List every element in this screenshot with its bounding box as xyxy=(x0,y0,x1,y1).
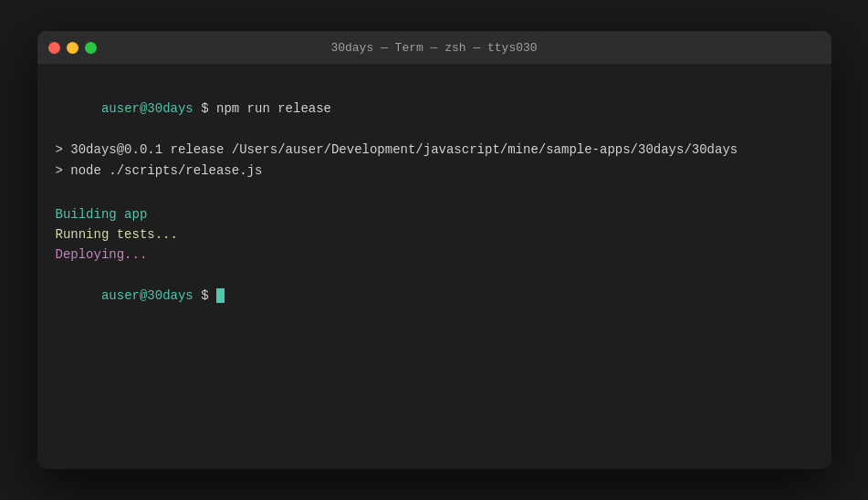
close-button[interactable] xyxy=(48,42,60,54)
final-prompt-line: auser@30days $ xyxy=(56,266,813,327)
command-text: npm run release xyxy=(216,101,331,116)
output-building: Building app xyxy=(56,204,813,224)
maximize-button[interactable] xyxy=(85,42,97,54)
prompt-user: auser xyxy=(101,101,140,116)
final-prompt-host: 30days xyxy=(147,288,193,303)
cursor xyxy=(216,288,225,303)
output-tests: Running tests... xyxy=(56,224,813,245)
command-line: auser@30days $ npm run release xyxy=(56,78,813,140)
empty-line xyxy=(56,181,813,204)
prompt-symbol: $ xyxy=(193,101,216,116)
terminal-body[interactable]: auser@30days $ npm run release > 30days@… xyxy=(37,64,831,469)
terminal-window: 30days — Term — zsh — ttys030 auser@30da… xyxy=(37,31,831,469)
minimize-button[interactable] xyxy=(67,42,78,54)
prompt-host: 30days xyxy=(147,101,193,116)
output-line-1: > 30days@0.0.1 release /Users/auser/Deve… xyxy=(56,140,813,160)
final-prompt-user: auser xyxy=(101,288,140,303)
window-title: 30days — Term — zsh — ttys030 xyxy=(330,41,537,55)
titlebar: 30days — Term — zsh — ttys030 xyxy=(37,31,831,64)
output-line-2: > node ./scripts/release.js xyxy=(56,161,813,181)
traffic-lights xyxy=(48,42,97,54)
output-deploying: Deploying... xyxy=(56,245,813,265)
final-prompt-symbol: $ xyxy=(193,288,216,303)
